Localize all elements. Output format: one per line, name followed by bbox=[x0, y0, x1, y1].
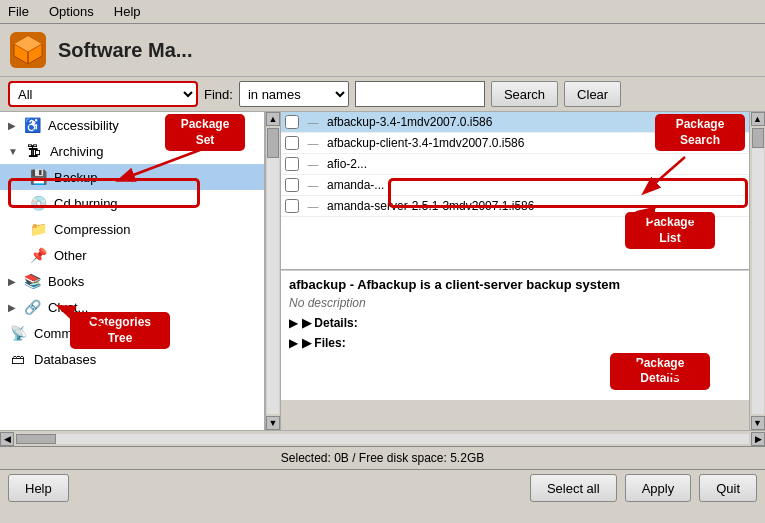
files-header[interactable]: ▶ ▶ Files: bbox=[289, 336, 741, 350]
hscroll-left[interactable]: ◀ bbox=[0, 432, 14, 446]
category-archiving[interactable]: ▼ 🗜 Archiving bbox=[0, 138, 264, 164]
details-section[interactable]: ▶ ▶ Details: bbox=[289, 316, 741, 330]
cd-burning-icon: 💿 bbox=[28, 193, 48, 213]
quit-button[interactable]: Quit bbox=[699, 474, 757, 502]
files-arrow: ▶ bbox=[289, 336, 298, 350]
pkg-name-4: amanda-... bbox=[327, 178, 384, 192]
details-arrow: ▶ bbox=[289, 316, 298, 330]
expand-archiving: ▼ bbox=[8, 146, 18, 157]
right-scroll-thumb[interactable] bbox=[752, 128, 764, 148]
archiving-icon: 🗜 bbox=[24, 141, 44, 161]
right-panel: — afbackup-3.4-1mdv2007.0.i586 — afbacku… bbox=[281, 112, 749, 430]
pkg-details-title: afbackup - Afbackup is a client-server b… bbox=[289, 277, 741, 292]
cat-label-backup: Backup bbox=[54, 170, 97, 185]
categories-scrollbar[interactable]: ▲ ▼ bbox=[265, 112, 281, 430]
details-label: ▶ Details: bbox=[302, 316, 358, 330]
cat-label-books: Books bbox=[48, 274, 84, 289]
cat-label-cd-burning: Cd burning bbox=[54, 196, 118, 211]
expand-books: ▶ bbox=[8, 276, 16, 287]
apply-button[interactable]: Apply bbox=[625, 474, 692, 502]
accessibility-icon: ♿ bbox=[22, 115, 42, 135]
cat-label-compression: Compression bbox=[54, 222, 131, 237]
pkg-name-5: amanda-server-2.5.1-3mdv2007.1.i586 bbox=[327, 199, 534, 213]
right-scroll-track bbox=[752, 128, 764, 414]
search-button[interactable]: Search bbox=[491, 81, 558, 107]
menu-options[interactable]: Options bbox=[45, 2, 98, 21]
main-area: ▶ ♿ Accessibility ▼ 🗜 Archiving 💾 Backup… bbox=[0, 112, 765, 430]
categories-panel: ▶ ♿ Accessibility ▼ 🗜 Archiving 💾 Backup… bbox=[0, 112, 265, 430]
cat-label-communications: Communications bbox=[34, 326, 131, 341]
clear-button[interactable]: Clear bbox=[564, 81, 621, 107]
status-text: Selected: 0B / Free disk space: 5.2GB bbox=[281, 451, 484, 465]
pkg-name-3: afio-2... bbox=[327, 157, 367, 171]
pkg-checkbox-3[interactable] bbox=[285, 157, 299, 171]
pkg-name-2: afbackup-client-3.4-1mdv2007.0.i586 bbox=[327, 136, 524, 150]
pkg-name-1: afbackup-3.4-1mdv2007.0.i586 bbox=[327, 115, 492, 129]
right-scroll-up[interactable]: ▲ bbox=[751, 112, 765, 126]
right-scroll-down[interactable]: ▼ bbox=[751, 416, 765, 430]
pkg-status-2: — bbox=[305, 135, 321, 151]
details-header[interactable]: ▶ ▶ Details: bbox=[289, 316, 741, 330]
table-row[interactable]: — afbackup-client-3.4-1mdv2007.0.i586 bbox=[281, 133, 749, 154]
help-button[interactable]: Help bbox=[8, 474, 69, 502]
books-icon: 📚 bbox=[22, 271, 42, 291]
files-label: ▶ Files: bbox=[302, 336, 346, 350]
cat-label-accessibility: Accessibility bbox=[48, 118, 119, 133]
category-books[interactable]: ▶ 📚 Books bbox=[0, 268, 264, 294]
pkg-checkbox-5[interactable] bbox=[285, 199, 299, 213]
cluster-icon: 🔗 bbox=[22, 297, 42, 317]
table-row[interactable]: — afbackup-3.4-1mdv2007.0.i586 bbox=[281, 112, 749, 133]
pkg-status-3: — bbox=[305, 156, 321, 172]
backup-icon: 💾 bbox=[28, 167, 48, 187]
find-criteria-select[interactable]: in names in descriptions in tags bbox=[239, 81, 349, 107]
statusbar: Selected: 0B / Free disk space: 5.2GB bbox=[0, 446, 765, 469]
files-section[interactable]: ▶ ▶ Files: bbox=[289, 336, 741, 350]
package-list: — afbackup-3.4-1mdv2007.0.i586 — afbacku… bbox=[281, 112, 749, 270]
communications-icon: 📡 bbox=[8, 323, 28, 343]
category-cluster[interactable]: ▶ 🔗 Clust... bbox=[0, 294, 264, 320]
menubar: File Options Help bbox=[0, 0, 765, 24]
menu-help[interactable]: Help bbox=[110, 2, 145, 21]
hscroll-right[interactable]: ▶ bbox=[751, 432, 765, 446]
cat-label-archiving: Archiving bbox=[50, 144, 103, 159]
pkg-status-4: — bbox=[305, 177, 321, 193]
cat-label-cluster: Clust... bbox=[48, 300, 88, 315]
category-accessibility[interactable]: ▶ ♿ Accessibility bbox=[0, 112, 264, 138]
bottombar: Help Select all Apply Quit bbox=[0, 469, 765, 506]
category-backup[interactable]: 💾 Backup bbox=[0, 164, 264, 190]
compression-icon: 📁 bbox=[28, 219, 48, 239]
pkg-status-5: — bbox=[305, 198, 321, 214]
category-communications[interactable]: 📡 Communications bbox=[0, 320, 264, 346]
expand-cluster: ▶ bbox=[8, 302, 16, 313]
scroll-down-arrow[interactable]: ▼ bbox=[266, 416, 280, 430]
app-icon bbox=[8, 30, 48, 70]
table-row[interactable]: — afio-2... bbox=[281, 154, 749, 175]
toolbar: All Find: in names in descriptions in ta… bbox=[0, 77, 765, 112]
category-databases[interactable]: 🗃 Databases bbox=[0, 346, 264, 372]
search-input[interactable] bbox=[355, 81, 485, 107]
category-cd-burning[interactable]: 💿 Cd burning bbox=[0, 190, 264, 216]
select-all-button[interactable]: Select all bbox=[530, 474, 617, 502]
category-compression[interactable]: 📁 Compression bbox=[0, 216, 264, 242]
cat-label-other: Other bbox=[54, 248, 87, 263]
pkg-checkbox-4[interactable] bbox=[285, 178, 299, 192]
table-row[interactable]: — amanda-server-2.5.1-3mdv2007.1.i586 bbox=[281, 196, 749, 217]
h-scrollbar[interactable]: ◀ ▶ bbox=[0, 430, 765, 446]
pkg-checkbox-1[interactable] bbox=[285, 115, 299, 129]
package-set-select[interactable]: All bbox=[8, 81, 198, 107]
hscroll-track bbox=[16, 434, 749, 444]
scroll-thumb[interactable] bbox=[267, 128, 279, 158]
cat-label-databases: Databases bbox=[34, 352, 96, 367]
app-title: Software Ma... bbox=[58, 39, 192, 62]
pkg-checkbox-2[interactable] bbox=[285, 136, 299, 150]
category-other[interactable]: 📌 Other bbox=[0, 242, 264, 268]
hscroll-thumb[interactable] bbox=[16, 434, 56, 444]
scroll-up-arrow[interactable]: ▲ bbox=[266, 112, 280, 126]
databases-icon: 🗃 bbox=[8, 349, 28, 369]
scroll-track bbox=[267, 128, 279, 414]
package-details: afbackup - Afbackup is a client-server b… bbox=[281, 270, 749, 400]
header: Software Ma... bbox=[0, 24, 765, 77]
table-row[interactable]: — amanda-... bbox=[281, 175, 749, 196]
right-scrollbar[interactable]: ▲ ▼ bbox=[749, 112, 765, 430]
menu-file[interactable]: File bbox=[4, 2, 33, 21]
